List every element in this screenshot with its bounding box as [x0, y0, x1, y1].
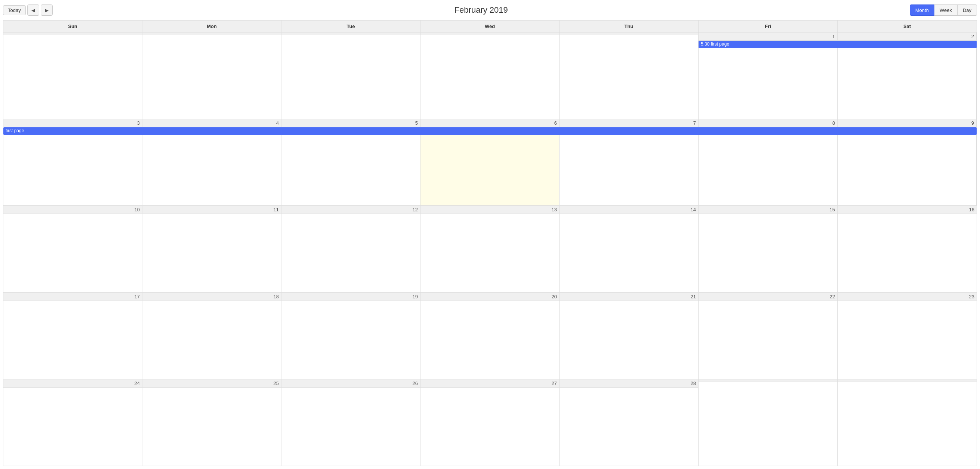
- day-number-0-5: 1: [698, 32, 837, 41]
- header-mon: Mon: [142, 21, 282, 32]
- week-row-1: 3456789first page: [3, 119, 977, 206]
- day-cell-3-0[interactable]: 17: [3, 293, 142, 379]
- day-number-1-4: 7: [560, 119, 698, 127]
- prev-button[interactable]: ◀: [27, 5, 39, 16]
- calendar-container: Today ◀ ▶ February 2019 Month Week Day S…: [0, 0, 980, 469]
- day-cell-4-5[interactable]: [698, 379, 838, 466]
- day-number-3-3: 20: [420, 293, 559, 301]
- day-number-4-2: 26: [282, 379, 420, 388]
- day-cell-4-1[interactable]: 25: [142, 379, 282, 466]
- calendar-grid: Sun Mon Tue Wed Thu Fri Sat 125:30 first…: [3, 20, 977, 466]
- day-number-3-2: 19: [282, 293, 420, 301]
- day-number-3-1: 18: [142, 293, 281, 301]
- day-number-0-6: 2: [838, 32, 976, 41]
- day-number-0-2: [282, 32, 420, 35]
- calendar-title: February 2019: [53, 5, 910, 15]
- week-row-2: 10111213141516: [3, 206, 977, 292]
- day-number-1-0: 3: [3, 119, 142, 127]
- day-cell-3-4[interactable]: 21: [560, 293, 698, 379]
- day-cell-3-5[interactable]: 22: [698, 293, 838, 379]
- header-thu: Thu: [560, 21, 698, 32]
- day-number-1-6: 9: [838, 119, 976, 127]
- day-number-2-4: 14: [560, 206, 698, 214]
- day-number-1-5: 8: [698, 119, 837, 127]
- day-cell-3-3[interactable]: 20: [420, 293, 560, 379]
- header-sun: Sun: [3, 21, 142, 32]
- day-number-0-0: [3, 32, 142, 35]
- day-cell-0-3[interactable]: [420, 32, 560, 119]
- day-number-4-4: 28: [560, 379, 698, 388]
- day-number-0-3: [420, 32, 559, 35]
- day-cell-2-1[interactable]: 11: [142, 206, 282, 292]
- day-number-1-2: 5: [282, 119, 420, 127]
- day-cell-4-4[interactable]: 28: [560, 379, 698, 466]
- day-number-4-0: 24: [3, 379, 142, 388]
- day-number-2-5: 15: [698, 206, 837, 214]
- day-cell-2-5[interactable]: 15: [698, 206, 838, 292]
- weeks-container: 125:30 first page3456789first page101112…: [3, 32, 977, 466]
- next-button[interactable]: ▶: [41, 5, 53, 16]
- header-tue: Tue: [282, 21, 420, 32]
- day-number-3-5: 22: [698, 293, 837, 301]
- day-number-2-3: 13: [420, 206, 559, 214]
- day-number-2-6: 16: [838, 206, 977, 214]
- day-cell-4-0[interactable]: 24: [3, 379, 142, 466]
- day-cell-0-2[interactable]: [282, 32, 420, 119]
- day-number-0-1: [142, 32, 281, 35]
- day-cell-2-0[interactable]: 10: [3, 206, 142, 292]
- day-cell-4-3[interactable]: 27: [420, 379, 560, 466]
- day-cell-4-6[interactable]: [838, 379, 977, 466]
- day-number-3-0: 17: [3, 293, 142, 301]
- spanning-event-0-0[interactable]: 5:30 first page: [698, 41, 977, 48]
- day-cell-0-0[interactable]: [3, 32, 142, 119]
- day-cell-3-1[interactable]: 18: [142, 293, 282, 379]
- header-wed: Wed: [420, 21, 560, 32]
- day-number-4-1: 25: [142, 379, 281, 388]
- day-cell-2-4[interactable]: 14: [560, 206, 698, 292]
- day-cell-2-2[interactable]: 12: [282, 206, 420, 292]
- spanning-event-1-0[interactable]: first page: [3, 127, 977, 135]
- day-number-0-4: [560, 32, 698, 35]
- day-cell-2-3[interactable]: 13: [420, 206, 560, 292]
- day-number-4-3: 27: [420, 379, 559, 388]
- day-number-1-1: 4: [142, 119, 281, 127]
- day-cell-4-2[interactable]: 26: [282, 379, 420, 466]
- day-view-button[interactable]: Day: [958, 5, 977, 16]
- day-number-4-5: [698, 379, 837, 382]
- day-number-4-6: [838, 379, 977, 382]
- toolbar: Today ◀ ▶ February 2019 Month Week Day: [3, 3, 977, 17]
- header-sat: Sat: [838, 21, 977, 32]
- day-number-3-6: 23: [838, 293, 977, 301]
- day-cell-3-6[interactable]: 23: [838, 293, 977, 379]
- month-view-button[interactable]: Month: [910, 5, 934, 16]
- day-cell-2-6[interactable]: 16: [838, 206, 977, 292]
- header-fri: Fri: [698, 21, 838, 32]
- day-number-2-1: 11: [142, 206, 281, 214]
- day-number-3-4: 21: [560, 293, 698, 301]
- week-row-0: 125:30 first page: [3, 32, 977, 119]
- week-view-button[interactable]: Week: [934, 5, 958, 16]
- day-cell-3-2[interactable]: 19: [282, 293, 420, 379]
- week-row-3: 17181920212223: [3, 293, 977, 379]
- today-button[interactable]: Today: [3, 5, 26, 15]
- day-cell-0-4[interactable]: [560, 32, 698, 119]
- week-row-4: 2425262728: [3, 379, 977, 466]
- day-cell-0-1[interactable]: [142, 32, 282, 119]
- day-number-1-3: 6: [420, 119, 559, 127]
- day-headers: Sun Mon Tue Wed Thu Fri Sat: [3, 21, 977, 32]
- toolbar-left: Today ◀ ▶: [3, 5, 53, 16]
- day-number-2-2: 12: [282, 206, 420, 214]
- view-switcher: Month Week Day: [910, 5, 977, 16]
- day-number-2-0: 10: [3, 206, 142, 214]
